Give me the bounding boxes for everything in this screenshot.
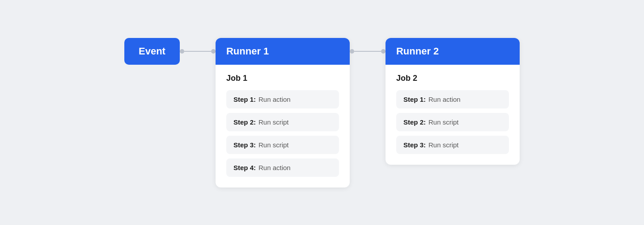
runner-1-title: Runner 1 bbox=[226, 46, 269, 57]
step-label: Step 2: bbox=[403, 118, 426, 126]
step-value: Run action bbox=[258, 164, 291, 171]
job-1-title: Job 1 bbox=[226, 74, 339, 83]
step-value: Run action bbox=[258, 96, 291, 103]
step-value: Run script bbox=[428, 118, 459, 126]
step-label: Step 3: bbox=[233, 141, 256, 149]
connector-dot-2 bbox=[211, 49, 216, 54]
step-label: Step 4: bbox=[233, 164, 256, 171]
runner-1-card: Runner 1 Job 1 Step 1: Run action Step 2… bbox=[216, 38, 350, 188]
runner-2-card: Runner 2 Job 2 Step 1: Run action Step 2… bbox=[386, 38, 520, 165]
middle-connector-row bbox=[350, 38, 386, 65]
step-label: Step 2: bbox=[233, 118, 256, 126]
connector-line-2 bbox=[354, 51, 381, 52]
step-item: Step 2: Run script bbox=[226, 113, 339, 131]
step-value: Run script bbox=[258, 141, 289, 149]
step-item: Step 2: Run script bbox=[396, 113, 509, 131]
connector-dot-4 bbox=[381, 49, 386, 54]
runner-2-body: Job 2 Step 1: Run action Step 2: Run scr… bbox=[386, 65, 520, 165]
connector-line-1 bbox=[184, 51, 211, 52]
step-value: Run script bbox=[258, 118, 289, 126]
step-item: Step 1: Run action bbox=[396, 90, 509, 108]
step-item: Step 3: Run script bbox=[226, 136, 339, 154]
runner-1-header: Runner 1 bbox=[216, 38, 350, 65]
step-value: Run action bbox=[428, 96, 461, 103]
step-label: Step 3: bbox=[403, 141, 426, 149]
step-value: Run script bbox=[428, 141, 459, 149]
event-node: Event bbox=[124, 38, 180, 65]
connector-dot-1 bbox=[180, 49, 184, 54]
step-label: Step 1: bbox=[403, 96, 426, 103]
job-1-step-list: Step 1: Run action Step 2: Run script St… bbox=[226, 90, 339, 177]
runner-2-title: Runner 2 bbox=[396, 46, 439, 57]
step-item: Step 3: Run script bbox=[396, 136, 509, 154]
step-item: Step 1: Run action bbox=[226, 90, 339, 108]
runner-1-body: Job 1 Step 1: Run action Step 2: Run scr… bbox=[216, 65, 350, 188]
event-label: Event bbox=[139, 46, 165, 57]
job-2-step-list: Step 1: Run action Step 2: Run script St… bbox=[396, 90, 509, 154]
runner-2-header: Runner 2 bbox=[386, 38, 520, 65]
job-2-title: Job 2 bbox=[396, 74, 509, 83]
connector-dot-3 bbox=[350, 49, 354, 54]
event-connector-row: Event bbox=[124, 38, 216, 65]
step-label: Step 1: bbox=[233, 96, 256, 103]
step-item: Step 4: Run action bbox=[226, 158, 339, 177]
flow-diagram: Event Runner 1 Job 1 Step 1: Run action … bbox=[124, 38, 520, 188]
